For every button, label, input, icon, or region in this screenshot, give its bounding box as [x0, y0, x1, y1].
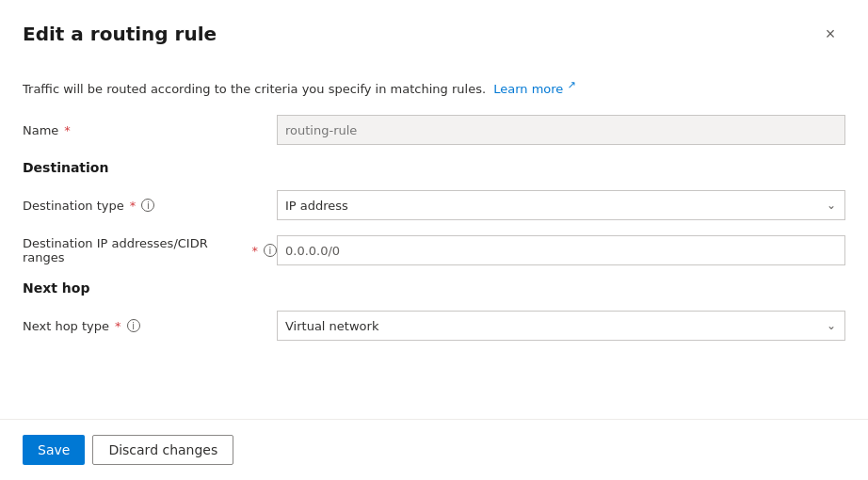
dialog-footer: Save Discard changes: [0, 419, 868, 480]
next-hop-type-required: *: [115, 319, 121, 333]
close-button[interactable]: ×: [815, 19, 845, 49]
destination-ip-label: Destination IP addresses/CIDR ranges * i: [23, 236, 277, 264]
destination-type-control: IP address Service Tag Virtual network ⌄: [277, 190, 845, 220]
name-input[interactable]: [277, 115, 845, 145]
next-hop-type-info-icon[interactable]: i: [127, 319, 140, 332]
destination-type-label: Destination type * i: [23, 199, 277, 213]
next-hop-type-select[interactable]: Virtual network Internet None Virtual ap…: [277, 311, 845, 341]
next-hop-heading: Next hop: [23, 280, 845, 296]
destination-ip-required: *: [252, 244, 259, 258]
dialog-header: Edit a routing rule ×: [0, 0, 868, 64]
name-label: Name *: [23, 123, 277, 137]
destination-ip-input[interactable]: [277, 235, 845, 265]
save-button[interactable]: Save: [23, 435, 85, 465]
destination-type-select[interactable]: IP address Service Tag Virtual network: [277, 190, 845, 220]
destination-type-required: *: [130, 199, 137, 213]
next-hop-type-select-wrapper: Virtual network Internet None Virtual ap…: [277, 311, 845, 341]
name-row: Name *: [23, 115, 845, 145]
destination-ip-row: Destination IP addresses/CIDR ranges * i: [23, 235, 845, 265]
name-required: *: [64, 123, 71, 137]
info-text: Traffic will be routed according to the …: [23, 79, 845, 96]
dialog-title: Edit a routing rule: [23, 23, 217, 45]
close-icon: ×: [826, 24, 836, 44]
next-hop-type-row: Next hop type * i Virtual network Intern…: [23, 311, 845, 341]
destination-ip-control: [277, 235, 845, 265]
external-link-icon: ↗: [567, 79, 575, 91]
destination-type-row: Destination type * i IP address Service …: [23, 190, 845, 220]
learn-more-link[interactable]: Learn more ↗: [493, 82, 576, 96]
next-hop-type-control: Virtual network Internet None Virtual ap…: [277, 311, 845, 341]
destination-type-info-icon[interactable]: i: [141, 199, 154, 212]
name-control: [277, 115, 845, 145]
next-hop-type-label: Next hop type * i: [23, 319, 277, 333]
dialog-body: Traffic will be routed according to the …: [0, 64, 868, 419]
destination-ip-info-icon[interactable]: i: [264, 244, 277, 257]
destination-type-select-wrapper: IP address Service Tag Virtual network ⌄: [277, 190, 845, 220]
discard-button[interactable]: Discard changes: [92, 435, 233, 465]
destination-heading: Destination: [23, 160, 845, 175]
edit-routing-rule-dialog: Edit a routing rule × Traffic will be ro…: [0, 0, 868, 480]
